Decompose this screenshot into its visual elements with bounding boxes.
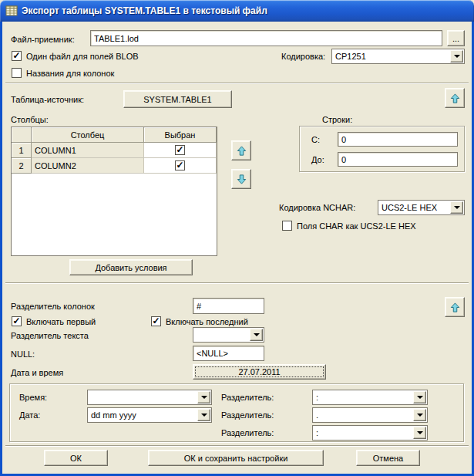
- dropdown-value: CP1251: [332, 52, 450, 61]
- dropdown-arrow-icon: [417, 396, 423, 399]
- text-separator-label: Разделитель текста: [11, 331, 89, 340]
- time-label: Время:: [19, 393, 47, 402]
- include-first-label: Включать первый: [26, 317, 96, 326]
- table-grid-icon: [5, 5, 18, 17]
- check-icon: ✓: [176, 160, 183, 170]
- include-first-checkbox-row: ✓ Включать первый: [12, 316, 96, 326]
- rows-label: Строки:: [322, 115, 352, 124]
- move-down-button[interactable]: [231, 169, 251, 189]
- date-label: Дата:: [19, 410, 40, 420]
- dropdown-button[interactable]: [197, 391, 210, 403]
- grid-corner-cell: [12, 127, 32, 143]
- section-divider: [5, 83, 469, 84]
- include-last-label: Включать последний: [166, 317, 248, 326]
- dropdown-value: :: [313, 428, 413, 437]
- dropdown-arrow-icon: [454, 206, 460, 209]
- column-separator-label: Разделитель колонок: [11, 302, 95, 311]
- text-separator-select[interactable]: [193, 327, 264, 343]
- column-name-cell[interactable]: COLUMN2: [32, 158, 144, 174]
- column-names-checkbox[interactable]: [12, 68, 22, 78]
- include-first-checkbox[interactable]: ✓: [12, 316, 22, 326]
- encoding-select[interactable]: CP1251: [331, 49, 465, 64]
- table-row: 1 COLUMN1 ✓: [12, 143, 217, 158]
- dropdown-value: dd mm yyyy: [88, 410, 197, 420]
- source-table-button[interactable]: SYSTEM.TABLE1: [123, 90, 232, 108]
- dropdown-button[interactable]: [413, 427, 426, 439]
- browse-button[interactable]: ...: [447, 30, 465, 46]
- dropdown-value: :: [313, 393, 413, 402]
- row-number-cell[interactable]: 1: [12, 143, 32, 158]
- check-icon: ✓: [176, 145, 183, 154]
- check-icon: ✓: [152, 316, 160, 326]
- source-table-label: Таблица-источник:: [11, 95, 84, 104]
- window-title: Экспорт таблицы SYSTEM.TABLE1 в текстовы…: [22, 5, 267, 16]
- target-file-label: Файл-приемник:: [11, 35, 75, 44]
- ok-save-button[interactable]: ОК и сохранить настройки: [148, 450, 324, 466]
- down-arrow-icon: [236, 174, 247, 185]
- time-separator-select[interactable]: :: [312, 390, 428, 405]
- add-conditions-button[interactable]: Добавить условия: [69, 259, 193, 275]
- include-last-checkbox[interactable]: ✓: [151, 316, 161, 326]
- rows-to-label: До:: [311, 155, 324, 164]
- column-selected-cell[interactable]: ✓: [144, 158, 217, 174]
- dropdown-button[interactable]: [450, 50, 463, 62]
- char-as-hex-checkbox[interactable]: [282, 221, 292, 231]
- column-name-cell[interactable]: COLUMN1: [32, 143, 144, 158]
- dropdown-arrow-icon: [454, 55, 460, 58]
- date-select[interactable]: dd mm yyyy: [87, 407, 212, 423]
- nchar-encoding-select[interactable]: UCS2-LE HEX: [378, 200, 465, 215]
- dropdown-button[interactable]: [197, 409, 210, 421]
- dropdown-arrow-icon: [201, 414, 207, 417]
- char-as-hex-label: Поля CHAR как UCS2-LE HEX: [297, 221, 416, 231]
- up-arrow-icon: [449, 93, 461, 104]
- dropdown-button[interactable]: [250, 329, 263, 341]
- encoding-label: Кодировка:: [281, 52, 325, 61]
- format-up-button[interactable]: [445, 297, 465, 317]
- dropdown-arrow-icon: [201, 396, 207, 399]
- column-separator-input[interactable]: [193, 298, 264, 314]
- null-label: NULL:: [11, 349, 35, 359]
- ok-button[interactable]: ОК: [44, 450, 108, 466]
- blob-single-file-checkbox-row: ✓ Один файл для полей BLOB: [12, 51, 139, 61]
- columns-label: Столбцы:: [11, 115, 49, 124]
- column-names-label: Названия для колонок: [26, 69, 114, 78]
- section-up-button[interactable]: [445, 88, 465, 108]
- row-number-cell[interactable]: 2: [12, 158, 32, 174]
- cancel-button[interactable]: Отмена: [356, 450, 420, 466]
- grid-header-selected: Выбран: [144, 127, 217, 143]
- datetime-button[interactable]: 27.07.2011: [193, 364, 326, 380]
- check-icon: ✓: [12, 51, 20, 60]
- column-selected-cell[interactable]: ✓: [144, 143, 217, 158]
- rows-from-input[interactable]: [338, 132, 458, 147]
- dropdown-arrow-icon: [254, 333, 260, 336]
- titlebar: Экспорт таблицы SYSTEM.TABLE1 в текстовы…: [0, 0, 474, 22]
- up-arrow-icon: [236, 145, 247, 157]
- dropdown-button[interactable]: [450, 201, 463, 214]
- row-selected-checkbox[interactable]: ✓: [175, 160, 185, 170]
- null-input[interactable]: [193, 346, 264, 361]
- dropdown-arrow-icon: [417, 414, 423, 417]
- blob-single-file-checkbox[interactable]: ✓: [12, 51, 22, 61]
- grid-header-row: Столбец Выбран: [12, 127, 217, 143]
- nchar-encoding-label: Кодировка NCHAR:: [279, 203, 355, 212]
- table-row: 2 COLUMN2 ✓: [12, 158, 217, 174]
- date-separator-select[interactable]: .: [312, 407, 428, 423]
- check-icon: ✓: [12, 316, 20, 326]
- time-select[interactable]: [87, 390, 212, 405]
- char-as-hex-checkbox-row: Поля CHAR как UCS2-LE HEX: [282, 221, 416, 231]
- dropdown-button[interactable]: [413, 409, 426, 421]
- dropdown-button[interactable]: [413, 391, 426, 403]
- extra-separator-select[interactable]: :: [312, 425, 428, 441]
- time-separator-label: Разделитель:: [221, 393, 274, 402]
- row-selected-checkbox[interactable]: ✓: [175, 145, 185, 155]
- datetime-label: Дата и время: [11, 368, 63, 377]
- section-divider: [5, 445, 469, 447]
- target-file-input[interactable]: [90, 30, 442, 46]
- column-names-checkbox-row: Названия для колонок: [12, 68, 114, 78]
- columns-grid: Столбец Выбран 1 COLUMN1 ✓ 2 COLUMN2 ✓: [11, 127, 217, 256]
- rows-to-input[interactable]: [338, 152, 458, 167]
- section-divider: [5, 282, 469, 284]
- dropdown-value: .: [313, 410, 413, 420]
- window-border: [0, 20, 2, 476]
- move-up-button[interactable]: [231, 140, 251, 160]
